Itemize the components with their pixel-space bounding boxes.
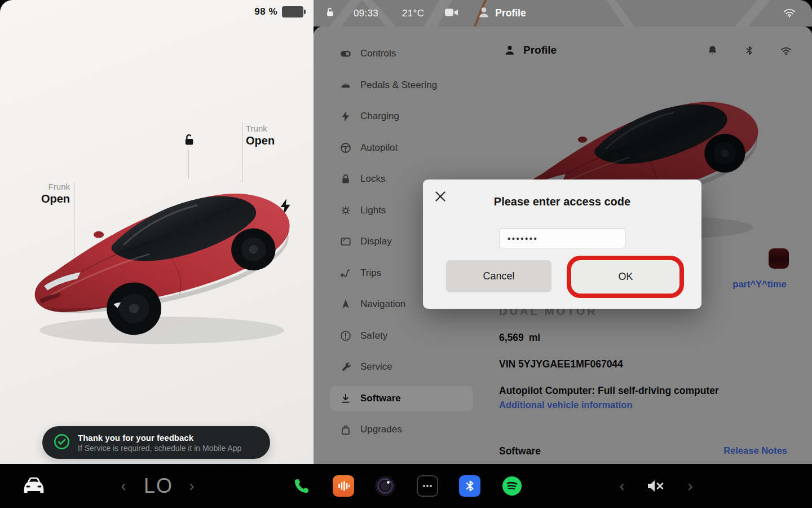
vehicle-status-panel: 98 % Frunk Open Trunk Open: [0, 0, 314, 464]
unlock-icon[interactable]: [324, 6, 336, 20]
volume-down-chevron[interactable]: ‹: [614, 464, 630, 508]
dialog-title: Please enter access code: [423, 195, 701, 208]
voice-memo-icon: [333, 475, 354, 497]
volume-up-chevron[interactable]: ›: [682, 464, 698, 508]
outside-temperature[interactable]: 21°C: [402, 8, 424, 19]
trunk-state: Open: [246, 134, 291, 147]
trunk-label: Trunk: [246, 124, 291, 133]
driver-temperature[interactable]: LO: [139, 464, 178, 508]
bluetooth-app-button[interactable]: [458, 464, 481, 508]
bluetooth-icon: [459, 475, 480, 497]
camera-icon[interactable]: [444, 7, 459, 20]
volume-mute-button[interactable]: [642, 464, 671, 508]
person-icon: [477, 6, 491, 21]
trunk-status[interactable]: Trunk Open: [246, 124, 291, 147]
toast-title: Thank you for your feedback: [78, 433, 241, 443]
active-profile-label[interactable]: Profile: [495, 7, 526, 19]
phone-icon: [293, 477, 311, 495]
temp-decrease-chevron[interactable]: ‹: [116, 464, 131, 508]
car-launcher-button[interactable]: [15, 464, 53, 508]
speaker-muted-icon: [646, 478, 667, 494]
bottom-dock: ‹ LO ›: [0, 464, 812, 508]
toast-subtitle: If Service is required, schedule it in M…: [78, 444, 241, 453]
wifi-icon: [783, 7, 796, 20]
voice-memo-app-button[interactable]: [332, 464, 355, 508]
top-status-bar: 09:33 21°C Profile: [314, 0, 812, 27]
check-circle-icon: [54, 433, 70, 452]
vehicle-render: [28, 168, 295, 345]
tesla-touchscreen: 98 % Frunk Open Trunk Open: [0, 0, 812, 508]
spotify-icon: [501, 475, 523, 497]
temp-increase-chevron[interactable]: ›: [184, 464, 200, 508]
unlock-icon[interactable]: [181, 132, 196, 150]
camera-lens-icon: [374, 475, 396, 497]
battery-percent: 98 %: [254, 6, 277, 17]
more-apps-button[interactable]: [416, 464, 439, 508]
access-code-input[interactable]: [499, 228, 625, 248]
access-code-dialog: Please enter access code Cancel OK: [423, 179, 701, 309]
cancel-button[interactable]: Cancel: [446, 260, 551, 292]
camera-app-button[interactable]: [374, 464, 396, 508]
battery-status: 98 %: [254, 6, 303, 17]
clock: 09:33: [354, 8, 378, 19]
more-apps-icon: [417, 475, 438, 497]
spotify-app-button[interactable]: [501, 464, 523, 508]
car-icon: [19, 474, 48, 498]
battery-icon: [282, 6, 303, 17]
ok-button[interactable]: OK: [572, 261, 679, 292]
phone-app-button[interactable]: [290, 464, 313, 508]
feedback-toast: Thank you for your feedback If Service i…: [42, 426, 270, 459]
